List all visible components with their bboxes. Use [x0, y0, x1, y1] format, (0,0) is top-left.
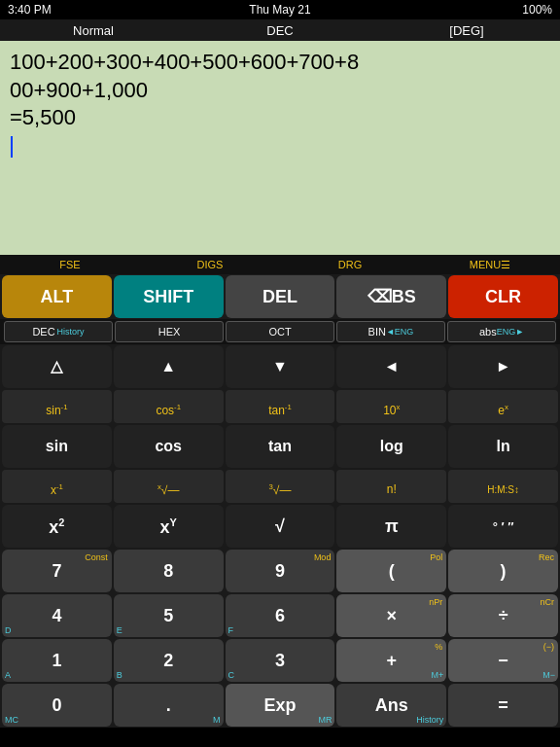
- hms-button[interactable]: H:M:S↕: [448, 470, 558, 503]
- power-top-row: x-1 x√— 3√— n! H:M:S↕: [0, 469, 560, 504]
- bs-button[interactable]: ⌫BS: [336, 275, 446, 318]
- date: Thu May 21: [249, 3, 310, 17]
- four-button[interactable]: D 4: [2, 594, 112, 637]
- right-solid-button[interactable]: ►: [448, 345, 558, 388]
- divide-button[interactable]: nCr ÷: [448, 594, 558, 637]
- sqrt-button[interactable]: √: [226, 505, 335, 548]
- number-mode-row: DECHistory HEX OCT BIN ◄ENG abs ENG►: [0, 319, 560, 344]
- pi-button[interactable]: π: [336, 505, 446, 548]
- calc-area: FSE DIGS DRG MENU☰ ALT SHIFT DEL ⌫BS CLR…: [0, 255, 560, 728]
- left-solid-button[interactable]: ◄: [336, 345, 446, 388]
- clr-button[interactable]: CLR: [448, 275, 558, 318]
- row-123: A 1 B 2 C 3 % + M+ (−) − M−: [0, 638, 560, 683]
- time: 3:40 PM: [8, 3, 52, 17]
- fse-label[interactable]: FSE: [0, 255, 140, 274]
- drg-label[interactable]: DRG: [280, 255, 420, 274]
- power-row: x2 xY √ π ° ′ ″: [0, 504, 560, 549]
- bin-mode-button[interactable]: BIN ◄ENG: [336, 321, 445, 342]
- hex-mode-button[interactable]: HEX: [115, 321, 224, 342]
- n-fact-button[interactable]: n!: [336, 470, 446, 503]
- ten-x-button[interactable]: 10x: [336, 390, 446, 423]
- seven-button[interactable]: Const 7: [2, 550, 112, 592]
- open-paren-button[interactable]: Pol (: [336, 550, 446, 592]
- inverse-trig-row: sin-1 cos-1 tan-1 10x ex: [0, 389, 560, 424]
- trig-row: sin cos tan log ln: [0, 424, 560, 469]
- arrow-row: △ ▲ ▼ ◄ ►: [0, 344, 560, 389]
- row-0: MC 0 M . MR Exp History Ans =: [0, 683, 560, 728]
- exp-button[interactable]: MR Exp: [226, 684, 335, 727]
- mode-bar: Normal DEC [DEG]: [0, 19, 560, 41]
- digs-label[interactable]: DIGS: [140, 255, 280, 274]
- mode-dec[interactable]: DEC: [187, 23, 373, 38]
- equals-button[interactable]: =: [448, 684, 558, 727]
- dot-button[interactable]: M .: [114, 684, 224, 727]
- cube-root-button[interactable]: 3√—: [226, 470, 335, 503]
- nine-button[interactable]: Mod 9: [226, 550, 335, 592]
- main-controls-row: ALT SHIFT DEL ⌫BS CLR: [0, 274, 560, 319]
- ans-button[interactable]: History Ans: [336, 684, 446, 727]
- abs-mode-button[interactable]: abs ENG►: [447, 321, 556, 342]
- top-labels-row: FSE DIGS DRG MENU☰: [0, 255, 560, 274]
- row-456: D 4 E 5 F 6 nPr × nCr ÷: [0, 593, 560, 638]
- menu-label[interactable]: MENU☰: [420, 255, 560, 274]
- five-button[interactable]: E 5: [114, 594, 224, 637]
- one-button[interactable]: A 1: [2, 639, 112, 682]
- mode-normal[interactable]: Normal: [0, 23, 187, 38]
- dec-mode-button[interactable]: DECHistory: [4, 321, 113, 342]
- x-inv-button[interactable]: x-1: [2, 470, 112, 503]
- x2-button[interactable]: x2: [2, 505, 112, 548]
- mode-deg[interactable]: [DEG]: [373, 23, 560, 38]
- display-expression: 100+200+300+400+500+600+700+800+900+1,00…: [10, 49, 550, 160]
- down-solid-button[interactable]: ▼: [226, 345, 335, 388]
- x-root-button[interactable]: x√—: [114, 470, 224, 503]
- up-solid-button[interactable]: ▲: [114, 345, 224, 388]
- xy-button[interactable]: xY: [114, 505, 224, 548]
- battery: 100%: [522, 3, 552, 17]
- alt-button[interactable]: ALT: [2, 275, 112, 318]
- multiply-button[interactable]: nPr ×: [336, 594, 446, 637]
- sin-button[interactable]: sin: [2, 425, 112, 468]
- log-button[interactable]: log: [336, 425, 446, 468]
- ln-button[interactable]: ln: [448, 425, 558, 468]
- status-bar: 3:40 PM Thu May 21 100%: [0, 0, 560, 19]
- plus-button[interactable]: % + M+: [336, 639, 446, 682]
- two-button[interactable]: B 2: [114, 639, 224, 682]
- row-789: Const 7 8 Mod 9 Pol ( Rec ): [0, 549, 560, 593]
- tan-inv-button[interactable]: tan-1: [226, 390, 335, 423]
- display: 100+200+300+400+500+600+700+800+900+1,00…: [0, 41, 560, 255]
- three-button[interactable]: C 3: [226, 639, 335, 682]
- tan-button[interactable]: tan: [226, 425, 335, 468]
- six-button[interactable]: F 6: [226, 594, 335, 637]
- e-x-button[interactable]: ex: [448, 390, 558, 423]
- del-button[interactable]: DEL: [226, 275, 335, 318]
- sin-inv-button[interactable]: sin-1: [2, 390, 112, 423]
- deg-min-sec-button[interactable]: ° ′ ″: [448, 505, 558, 548]
- cos-inv-button[interactable]: cos-1: [114, 390, 224, 423]
- zero-button[interactable]: MC 0: [2, 684, 112, 727]
- cos-button[interactable]: cos: [114, 425, 224, 468]
- close-paren-button[interactable]: Rec ): [448, 550, 558, 592]
- up-hollow-button[interactable]: △: [2, 345, 112, 388]
- oct-mode-button[interactable]: OCT: [226, 321, 334, 342]
- minus-button[interactable]: (−) − M−: [448, 639, 558, 682]
- eight-button[interactable]: 8: [114, 550, 224, 592]
- shift-button[interactable]: SHIFT: [114, 275, 224, 318]
